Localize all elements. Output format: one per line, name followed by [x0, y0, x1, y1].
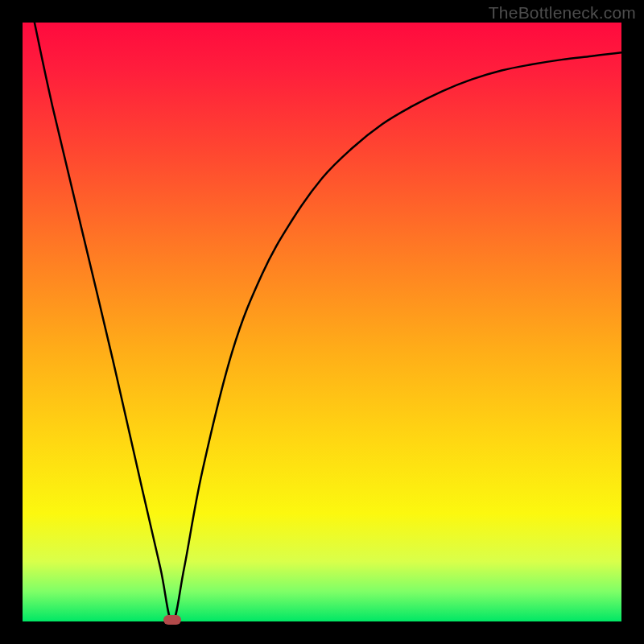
chart-frame: TheBottleneck.com — [0, 0, 644, 644]
curve-path — [35, 23, 621, 621]
watermark-text: TheBottleneck.com — [489, 3, 636, 23]
plot-area — [23, 23, 621, 621]
minimum-marker — [163, 615, 181, 625]
bottleneck-curve — [23, 23, 621, 621]
